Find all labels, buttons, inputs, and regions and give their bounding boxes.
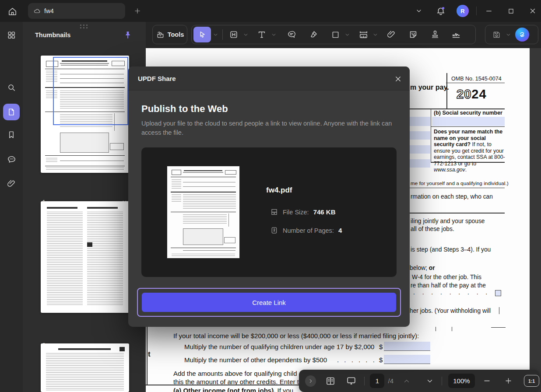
document-tab[interactable]: fw4 (28, 3, 125, 19)
tab-list-dropdown[interactable] (413, 6, 425, 16)
notifications-button[interactable] (434, 4, 447, 18)
pdf-text-fragment: iling jointly and your spouse (411, 218, 485, 224)
form-field[interactable] (384, 355, 430, 364)
shape-tool-dropdown[interactable] (344, 27, 351, 42)
form-line (499, 307, 499, 314)
dot-leader: . . . . . . . . . . (413, 289, 497, 296)
home-button[interactable] (5, 4, 19, 18)
signature-icon (451, 29, 461, 40)
save-icon (492, 30, 501, 39)
pdf-text-fragment: If your total income will be $200,000 or… (173, 332, 419, 340)
zoom-level-display[interactable]: 100% (448, 374, 474, 388)
sticker-icon (408, 30, 418, 39)
ai-assistant-button[interactable] (515, 28, 529, 42)
form-field[interactable] (410, 159, 430, 168)
attachments-panel-button[interactable] (3, 175, 20, 192)
panel-drag-handle[interactable] (80, 24, 90, 28)
chevron-down-icon (344, 32, 350, 38)
account-avatar[interactable]: R (457, 5, 469, 17)
year-solid: 24 (471, 87, 486, 101)
close-icon (529, 7, 537, 15)
presentation-button[interactable] (344, 374, 358, 388)
chevron-down-icon (271, 32, 277, 38)
bookmark-icon (7, 130, 16, 140)
h-tool-dropdown[interactable] (242, 27, 249, 42)
comments-panel-button[interactable] (3, 151, 20, 168)
form-line (446, 73, 447, 109)
minimize-button[interactable] (483, 5, 495, 17)
form-year: 2024 (457, 87, 487, 102)
page-number-input[interactable]: 1 (370, 374, 384, 388)
page-thumbnail-1[interactable] (41, 56, 129, 173)
signature-tool-button[interactable] (449, 27, 464, 42)
tools-button[interactable]: Tools (152, 25, 187, 44)
collapse-bar-button[interactable] (305, 375, 316, 387)
canvas-background (530, 48, 541, 392)
actual-size-button[interactable]: 1:1 (524, 375, 539, 387)
form-field[interactable] (410, 131, 430, 140)
form-field[interactable] (432, 117, 505, 126)
thumbnail-sketch (41, 201, 129, 313)
text-icon (257, 30, 267, 39)
highlight-tool-button[interactable] (306, 27, 321, 42)
chat-icon (7, 154, 17, 164)
titlebar-divider (476, 7, 477, 15)
form-line (491, 327, 506, 328)
form-field[interactable] (410, 117, 430, 126)
stamp-tool-button[interactable] (428, 27, 443, 42)
bookmarks-button[interactable] (3, 126, 20, 143)
text-tool-dropdown[interactable] (270, 27, 277, 42)
pdf-text-fragment: all of these jobs. (411, 226, 454, 232)
pin-panel-button[interactable] (122, 29, 134, 41)
pdf-text-fragment: her jobs. (Your withholding will (410, 308, 491, 314)
measure-tool-dropdown[interactable] (372, 27, 379, 42)
share-dialog: UPDF Share Publish to the Web Upload you… (128, 66, 410, 327)
chevron-down-icon (415, 7, 422, 14)
zoom-out-button[interactable] (481, 375, 493, 387)
reading-mode-button[interactable] (324, 374, 337, 388)
save-dropdown[interactable] (505, 27, 512, 42)
pdf-text-fragment: Add the amounts above for qualifying chi… (173, 370, 297, 377)
zoom-in-button[interactable] (502, 375, 514, 387)
save-group (485, 25, 538, 44)
form-field[interactable] (384, 342, 430, 351)
shape-tool-button[interactable] (328, 27, 343, 42)
sticker-tool-button[interactable] (406, 27, 421, 42)
select-tool-button[interactable] (193, 27, 211, 42)
page-count-label: Number of Pages: (283, 227, 334, 234)
form-checkbox[interactable] (495, 290, 501, 296)
page-thumbnail-3[interactable] (41, 343, 129, 392)
form-line (146, 385, 299, 385)
form-line (431, 126, 505, 127)
text-tool-button[interactable] (254, 27, 269, 42)
next-page-button[interactable] (424, 375, 436, 387)
chevron-right-icon (308, 378, 314, 384)
file-name: fw4.pdf (266, 186, 292, 195)
thumbnails-panel-button[interactable] (3, 104, 20, 120)
ssn-note: Does your name match the name on your so… (434, 129, 507, 173)
grid-menu-button[interactable] (3, 27, 20, 43)
form-field[interactable] (410, 145, 430, 154)
chevron-up-icon (403, 377, 411, 385)
attachment-tool-button[interactable] (384, 27, 399, 42)
search-button[interactable] (3, 79, 20, 96)
actual-size-label: 1:1 (528, 378, 535, 384)
dialog-close-button[interactable] (392, 73, 404, 85)
save-button[interactable] (489, 27, 504, 42)
select-tool-dropdown[interactable] (212, 27, 219, 42)
new-tab-button[interactable] (131, 5, 144, 17)
bar-divider (364, 377, 365, 385)
create-link-button[interactable]: Create Link (142, 293, 396, 312)
publish-description: Upload your file to the cloud to send pe… (141, 119, 393, 137)
maximize-button[interactable] (505, 5, 517, 17)
comment-tool-button[interactable] (284, 27, 299, 42)
previous-page-button[interactable] (400, 375, 412, 387)
form-line (410, 108, 505, 109)
h-tool-button[interactable] (226, 27, 241, 42)
page-thumbnail-2[interactable] (41, 201, 129, 313)
close-window-button[interactable] (527, 5, 539, 17)
measure-tool-button[interactable] (356, 27, 371, 42)
toolbar-divider (222, 29, 223, 40)
minimize-icon (485, 7, 493, 15)
toolbox-icon (156, 30, 165, 39)
